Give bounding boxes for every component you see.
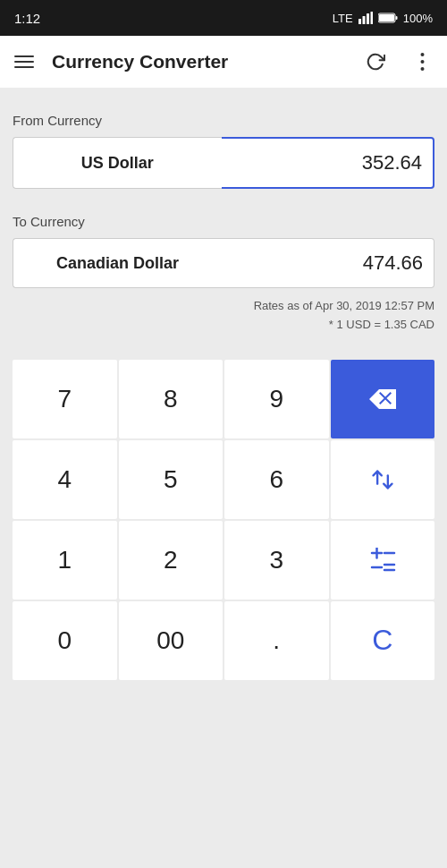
- from-currency-row: US Dollar 352.64: [13, 137, 434, 189]
- battery-percent: 100%: [403, 12, 433, 25]
- svg-rect-2: [367, 13, 369, 24]
- operations-icon: [369, 548, 396, 573]
- key-operations[interactable]: [331, 521, 435, 600]
- key-5[interactable]: 5: [119, 440, 224, 519]
- menu-button[interactable]: [14, 55, 34, 68]
- key-backspace[interactable]: [331, 360, 435, 438]
- key-00[interactable]: 00: [119, 601, 224, 680]
- svg-point-9: [420, 67, 424, 71]
- signal-icon: [358, 12, 373, 24]
- from-currency-section: From Currency US Dollar 352.64: [13, 113, 434, 189]
- key-swap[interactable]: [331, 440, 435, 519]
- key-1[interactable]: 1: [13, 521, 117, 600]
- key-6[interactable]: 6: [224, 440, 329, 519]
- status-time: 1:12: [14, 11, 40, 26]
- from-currency-selector[interactable]: US Dollar: [13, 137, 222, 189]
- swap-icon: [370, 467, 395, 492]
- app-bar: Currency Converter: [0, 36, 447, 88]
- to-currency-label: To Currency: [13, 214, 434, 229]
- battery-icon: [378, 13, 398, 23]
- backspace-icon: [369, 389, 396, 409]
- status-bar: 1:12 LTE 100%: [0, 0, 447, 36]
- svg-point-8: [420, 60, 424, 64]
- to-currency-row: Canadian Dollar 474.66: [13, 238, 434, 288]
- key-2[interactable]: 2: [119, 521, 224, 600]
- key-decimal[interactable]: .: [224, 601, 329, 680]
- more-options-button[interactable]: [404, 44, 440, 80]
- to-currency-section: To Currency Canadian Dollar 474.66 Rates…: [13, 214, 434, 335]
- key-9[interactable]: 9: [224, 360, 329, 438]
- keypad: 7 8 9 4 5 6 1 2 3: [13, 360, 434, 680]
- key-4[interactable]: 4: [13, 440, 117, 519]
- svg-rect-3: [370, 12, 373, 24]
- from-currency-label: From Currency: [13, 113, 434, 128]
- svg-rect-6: [395, 16, 397, 20]
- svg-rect-1: [362, 16, 365, 24]
- to-currency-value: 474.66: [222, 238, 434, 288]
- main-content: From Currency US Dollar 352.64 To Curren…: [0, 88, 447, 868]
- rates-line2: * 1 USD = 1.35 CAD: [13, 316, 434, 335]
- svg-rect-5: [379, 14, 394, 21]
- svg-rect-0: [358, 19, 361, 24]
- refresh-icon: [366, 52, 385, 72]
- key-8[interactable]: 8: [119, 360, 224, 438]
- from-currency-value[interactable]: 352.64: [222, 137, 435, 189]
- status-right: LTE 100%: [333, 12, 433, 25]
- refresh-button[interactable]: [358, 44, 393, 80]
- more-vert-icon: [420, 52, 425, 72]
- network-indicator: LTE: [333, 12, 353, 25]
- key-clear[interactable]: C: [331, 601, 435, 680]
- key-7[interactable]: 7: [13, 360, 117, 438]
- rates-line1: Rates as of Apr 30, 2019 12:57 PM: [13, 297, 434, 316]
- key-0[interactable]: 0: [13, 601, 117, 680]
- svg-point-7: [420, 53, 424, 56]
- to-currency-selector[interactable]: Canadian Dollar: [13, 238, 222, 288]
- rates-info: Rates as of Apr 30, 2019 12:57 PM * 1 US…: [13, 297, 434, 335]
- key-3[interactable]: 3: [224, 521, 329, 600]
- app-title: Currency Converter: [52, 51, 347, 72]
